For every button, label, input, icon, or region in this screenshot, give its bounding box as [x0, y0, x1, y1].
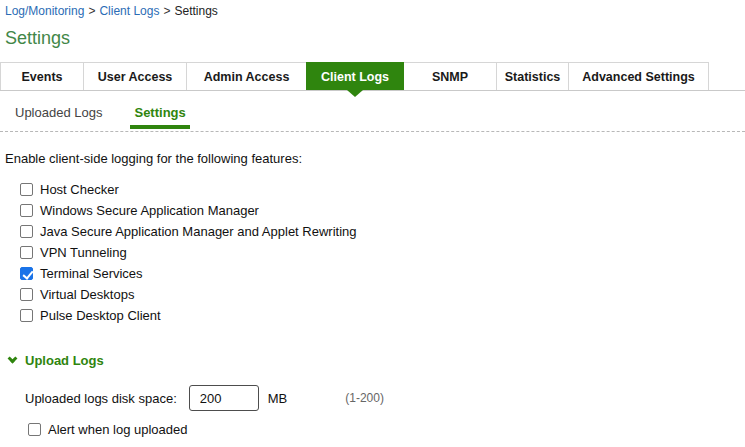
subtab-uploaded-logs[interactable]: Uploaded Logs	[11, 105, 106, 129]
breadcrumb-link-client-logs[interactable]: Client Logs	[99, 4, 159, 18]
alert-row: Alert when log uploaded	[0, 419, 745, 440]
checkbox-virtual-desktops[interactable]	[20, 288, 33, 301]
features-intro-text: Enable client-side logging for the follo…	[5, 151, 745, 166]
chevron-down-icon	[8, 354, 18, 364]
disk-space-row: Uploaded logs disk space: MB (1-200)	[0, 385, 745, 411]
checkbox-label: Virtual Desktops	[40, 287, 134, 302]
checkbox-host-checker[interactable]	[20, 183, 33, 196]
breadcrumb-link-log-monitoring[interactable]: Log/Monitoring	[5, 4, 84, 18]
checkbox-wsam[interactable]	[20, 204, 33, 217]
breadcrumb-current: Settings	[174, 4, 217, 18]
feature-checkbox-list: Host Checker Windows Secure Application …	[0, 179, 745, 326]
upload-logs-section-header[interactable]: Upload Logs	[9, 353, 745, 368]
breadcrumb: Log/Monitoring>Client Logs>Settings	[0, 0, 745, 18]
feature-row-wsam: Windows Secure Application Manager	[0, 200, 745, 221]
disk-space-unit: MB	[268, 391, 288, 406]
feature-row-pulse-desktop-client: Pulse Desktop Client	[0, 305, 745, 326]
checkbox-terminal-services[interactable]	[20, 267, 33, 280]
feature-row-host-checker: Host Checker	[0, 179, 745, 200]
client-logs-subtabs: Uploaded Logs Settings	[0, 105, 745, 129]
tab-client-logs[interactable]: Client Logs	[306, 62, 404, 90]
feature-row-jsam: Java Secure Application Manager and Appl…	[0, 221, 745, 242]
checkbox-label: Host Checker	[40, 182, 119, 197]
checkbox-label: Windows Secure Application Manager	[40, 203, 259, 218]
disk-space-input[interactable]	[189, 385, 259, 411]
checkbox-alert-when-log-uploaded[interactable]	[28, 423, 41, 436]
disk-space-label: Uploaded logs disk space:	[25, 391, 177, 406]
tab-events[interactable]: Events	[0, 62, 84, 90]
tab-admin-access[interactable]: Admin Access	[186, 62, 307, 90]
checkbox-vpn-tunneling[interactable]	[20, 246, 33, 259]
checkbox-label: Java Secure Application Manager and Appl…	[40, 224, 357, 239]
checkbox-label: Pulse Desktop Client	[40, 308, 161, 323]
subtab-settings[interactable]: Settings	[130, 105, 189, 129]
checkbox-label: Alert when log uploaded	[48, 422, 188, 437]
feature-row-terminal-services: Terminal Services	[0, 263, 745, 284]
tab-advanced-settings[interactable]: Advanced Settings	[568, 62, 709, 90]
checkbox-label: Terminal Services	[40, 266, 143, 281]
log-tabs: Events User Access Admin Access Client L…	[0, 62, 745, 91]
tab-user-access[interactable]: User Access	[83, 62, 187, 90]
breadcrumb-separator: >	[163, 4, 170, 18]
disk-space-range-hint: (1-200)	[345, 391, 384, 405]
feature-row-vpn-tunneling: VPN Tunneling	[0, 242, 745, 263]
breadcrumb-separator: >	[88, 4, 95, 18]
page-title: Settings	[5, 28, 745, 49]
checkbox-jsam[interactable]	[20, 225, 33, 238]
tab-statistics[interactable]: Statistics	[496, 62, 569, 90]
dashed-divider	[0, 131, 745, 132]
checkbox-pulse-desktop-client[interactable]	[20, 309, 33, 322]
checkbox-label: VPN Tunneling	[40, 245, 127, 260]
upload-logs-section-title: Upload Logs	[25, 353, 104, 368]
feature-row-virtual-desktops: Virtual Desktops	[0, 284, 745, 305]
tab-snmp[interactable]: SNMP	[403, 62, 497, 90]
